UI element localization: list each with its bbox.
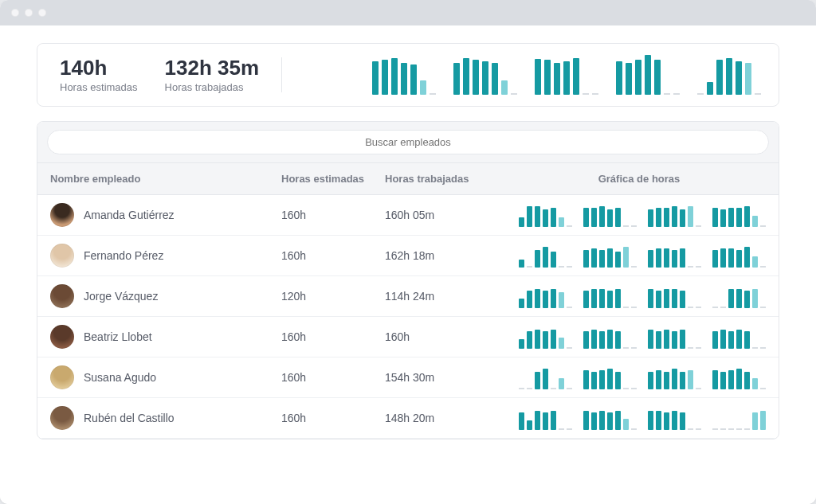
bar	[544, 60, 551, 95]
bar	[372, 61, 379, 95]
bar	[535, 250, 540, 268]
bar-weekend	[420, 80, 426, 95]
metric-estimated-value: 140h	[60, 57, 138, 80]
bar-weekend	[567, 266, 572, 268]
bar	[583, 331, 589, 349]
week-group	[616, 55, 680, 95]
table-row[interactable]: Beatriz Llobet160h160h	[37, 317, 779, 357]
cell-chart	[512, 203, 766, 227]
bar	[744, 206, 750, 227]
traffic-min-icon[interactable]	[25, 9, 33, 17]
bar-weekend	[559, 292, 564, 308]
bar	[543, 369, 548, 389]
bar	[744, 247, 750, 268]
bar-weekend	[696, 266, 701, 268]
cell-estimated: 160h	[281, 371, 385, 384]
bar	[543, 291, 548, 308]
cell-estimated: 160h	[281, 249, 385, 262]
search-input[interactable]	[47, 130, 769, 154]
week-group	[535, 55, 598, 95]
bar-weekend	[631, 266, 637, 268]
bar	[543, 209, 548, 227]
bar-weekend	[623, 247, 629, 268]
bar	[712, 208, 718, 227]
bar	[712, 428, 718, 430]
bar	[607, 412, 613, 430]
bar	[543, 412, 548, 430]
bar-weekend	[760, 411, 766, 430]
week-group	[453, 55, 517, 95]
bar	[728, 248, 734, 268]
table-row[interactable]: Susana Agudo160h154h 30m	[37, 357, 779, 398]
table-row[interactable]: Amanda Gutiérrez160h160h 05m	[37, 195, 779, 236]
bar	[615, 331, 621, 349]
bar	[736, 289, 742, 308]
bar	[382, 60, 388, 95]
bar	[654, 60, 661, 95]
bar	[607, 291, 613, 308]
bar-weekend	[696, 225, 701, 227]
week-group	[648, 325, 701, 349]
bar-weekend	[511, 93, 517, 95]
cell-worked: 162h 18m	[385, 249, 512, 262]
bar	[615, 208, 621, 227]
week-group	[712, 244, 766, 268]
bar	[656, 331, 661, 349]
bar	[736, 428, 742, 430]
employees-table: Nombre empleado Horas estimadas Horas tr…	[37, 121, 779, 440]
bar	[626, 63, 632, 95]
bar	[519, 412, 524, 430]
bar-weekend	[688, 307, 693, 308]
bar	[680, 291, 685, 308]
bar-weekend	[567, 388, 572, 389]
bar	[551, 289, 556, 308]
col-header-chart: Gráfica de horas	[512, 173, 766, 185]
bar-weekend	[760, 388, 766, 389]
bar	[648, 330, 653, 349]
traffic-close-icon[interactable]	[11, 9, 19, 17]
week-group	[697, 55, 761, 95]
table-row[interactable]: Fernando Pérez160h162h 18m	[37, 236, 779, 276]
bar	[583, 250, 589, 268]
summary-card: 140h Horas estimadas 132h 35m Horas trab…	[37, 43, 779, 107]
summary-bar-chart	[290, 55, 761, 95]
cell-estimated: 120h	[281, 290, 385, 303]
cell-name: Fernando Pérez	[50, 244, 281, 268]
table-body: Amanda Gutiérrez160h160h 05mFernando Pér…	[37, 195, 779, 439]
bar	[720, 307, 726, 308]
metric-estimated: 140h Horas estimadas	[55, 55, 160, 95]
table-row[interactable]: Jorge Vázquez120h114h 24m	[37, 276, 779, 317]
col-header-name[interactable]: Nombre empleado	[50, 173, 281, 185]
cell-worked: 160h	[385, 330, 512, 343]
app-window: 140h Horas estimadas 132h 35m Horas trab…	[0, 0, 816, 504]
bar	[726, 58, 732, 95]
bar	[573, 58, 579, 95]
bar-weekend	[567, 347, 572, 349]
col-header-worked[interactable]: Horas trabajadas	[385, 173, 512, 185]
bar	[527, 388, 532, 389]
traffic-max-icon[interactable]	[38, 9, 46, 17]
week-group	[519, 203, 572, 227]
bar-weekend	[623, 388, 629, 389]
bar	[656, 208, 661, 227]
bar	[599, 250, 605, 268]
employee-name: Beatriz Llobet	[84, 330, 152, 343]
bar	[527, 206, 532, 227]
divider	[281, 57, 282, 92]
table-row[interactable]: Rubén del Castillo160h148h 20m	[37, 398, 779, 439]
bar	[680, 330, 685, 349]
col-header-estimated[interactable]: Horas estimadas	[281, 173, 385, 185]
bar	[680, 372, 685, 389]
bar	[519, 217, 524, 227]
bar	[401, 63, 407, 95]
bar	[527, 331, 532, 349]
bar	[656, 370, 661, 389]
bar-weekend	[696, 307, 701, 308]
bar	[616, 61, 622, 95]
bar	[607, 369, 613, 389]
bar-weekend	[631, 307, 637, 308]
week-group	[648, 203, 701, 227]
bar	[551, 252, 556, 268]
bar-weekend	[688, 206, 693, 227]
bar	[591, 372, 597, 389]
